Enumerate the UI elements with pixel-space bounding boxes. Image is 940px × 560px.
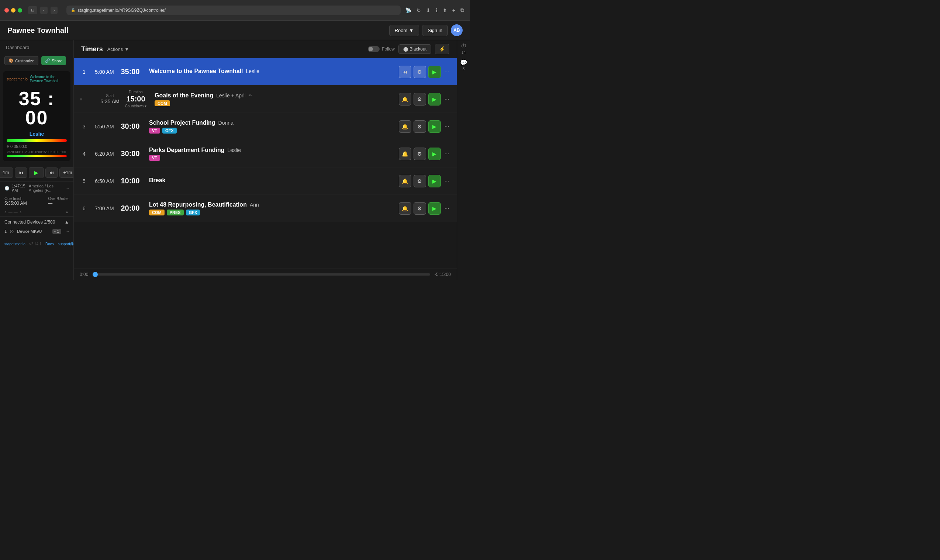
timer-count-icon[interactable]: ⏱ 14 bbox=[461, 43, 467, 55]
cue-next[interactable]: › bbox=[20, 209, 22, 215]
edit-icon[interactable]: ✏ bbox=[249, 93, 252, 98]
plus-button[interactable]: +1m bbox=[59, 168, 74, 178]
footer-version: v2.14.1 bbox=[29, 242, 41, 250]
main-content: Dashboard 🎨 Customize 🔗 Share stagetimer… bbox=[0, 40, 470, 280]
drag-handle[interactable]: ≡ bbox=[80, 97, 82, 102]
timer-more[interactable]: ··· bbox=[443, 204, 451, 213]
timer-name-text: Lot 48 Repurposing, Beautification bbox=[149, 202, 247, 208]
follow-toggle-switch[interactable] bbox=[368, 46, 380, 52]
skip-back-button[interactable]: ⏮ bbox=[15, 168, 27, 178]
timer-play[interactable]: ▶ bbox=[428, 148, 441, 160]
over-under-section: Over/Under — bbox=[48, 196, 69, 206]
share-button[interactable]: 🔗 Share bbox=[41, 56, 66, 65]
timer-name-preview: Leslie bbox=[7, 131, 67, 137]
timer-actions: ⏮ ⚙ ▶ ··· bbox=[399, 66, 451, 78]
devices-collapse[interactable]: ▲ bbox=[65, 220, 69, 225]
minus-button[interactable]: -1m bbox=[0, 168, 13, 178]
timer-play[interactable]: ▶ bbox=[428, 175, 441, 188]
chat-icon-container[interactable]: 💬 3 bbox=[460, 59, 468, 71]
timer-settings[interactable]: ⚙ bbox=[414, 66, 426, 78]
timer-alarm[interactable]: 🔔 bbox=[399, 148, 411, 160]
timer-start-val: 6:50 AM bbox=[91, 178, 117, 184]
timer-more[interactable]: ··· bbox=[443, 176, 451, 186]
actions-chevron: ▼ bbox=[124, 46, 129, 52]
lock-icon: 🔒 bbox=[71, 8, 75, 12]
cue-prev[interactable]: ‹ bbox=[5, 209, 6, 215]
signin-button[interactable]: Sign in bbox=[422, 25, 448, 36]
timer-row: 5 6:50 AM 10:00 Break 🔔 ⚙ bbox=[74, 168, 457, 195]
timer-play[interactable]: ▶ bbox=[428, 93, 441, 106]
timer-row: 1 5:00 AM 35:00 Welcome to the Pawnee To… bbox=[74, 58, 457, 86]
customize-button[interactable]: 🎨 Customize bbox=[5, 56, 38, 65]
room-button[interactable]: Room ▼ bbox=[389, 25, 420, 36]
device-more[interactable]: ··· bbox=[66, 229, 69, 234]
play-button[interactable]: ▶ bbox=[29, 167, 44, 178]
timer-alarm[interactable]: 🔔 bbox=[399, 202, 411, 215]
timer-settings[interactable]: ⚙ bbox=[414, 175, 426, 188]
close-button[interactable] bbox=[5, 8, 9, 12]
tag-vt: VT bbox=[149, 155, 160, 161]
timer-settings[interactable]: ⚙ bbox=[414, 148, 426, 160]
timer-more[interactable]: ··· bbox=[443, 94, 451, 104]
cue-finish-val: 5:35:00 AM bbox=[5, 201, 27, 206]
minimize-button[interactable] bbox=[11, 8, 15, 12]
back-button[interactable]: ‹ bbox=[40, 7, 48, 14]
download-icon[interactable]: ⬇ bbox=[425, 6, 432, 15]
info-icon[interactable]: ℹ bbox=[434, 6, 439, 15]
blackout-button[interactable]: ⬤ Blackout bbox=[398, 44, 431, 54]
actions-button[interactable]: Actions ▼ bbox=[107, 46, 129, 52]
sidebar: Dashboard 🎨 Customize 🔗 Share stagetimer… bbox=[0, 40, 74, 280]
timers-title: Timers bbox=[81, 45, 103, 53]
footer-link-support[interactable]: support@stagetimer.io bbox=[58, 242, 74, 250]
timer-alarm[interactable]: 🔔 bbox=[399, 120, 411, 133]
timer-alarm[interactable]: 🔔 bbox=[399, 93, 411, 106]
actions-label: Actions bbox=[107, 46, 123, 52]
cast-icon[interactable]: 📡 bbox=[404, 6, 413, 15]
flash-button[interactable]: ⚡ bbox=[435, 44, 449, 54]
timeline-dot bbox=[92, 272, 98, 277]
cue-finish-section: Cue finish 5:35:00 AM bbox=[5, 196, 27, 206]
clock-more[interactable]: ··· bbox=[66, 186, 69, 190]
timer-duration-val: 15:00 bbox=[123, 95, 149, 103]
timer-duration-val: 35:00 bbox=[117, 68, 143, 76]
device-name: Device MK9U bbox=[17, 229, 42, 234]
profile-button[interactable]: AB bbox=[451, 25, 463, 36]
timer-settings[interactable]: ⚙ bbox=[414, 202, 426, 215]
timer-more[interactable]: ··· bbox=[443, 67, 451, 77]
timer-more[interactable]: ··· bbox=[443, 149, 451, 158]
device-icon: ⊙ bbox=[9, 228, 14, 234]
timer-speaker: Leslie bbox=[246, 68, 260, 74]
timer-play[interactable]: ▶ bbox=[428, 202, 441, 215]
footer-link-home[interactable]: stagetimer.io bbox=[5, 242, 25, 250]
timer-skip-back[interactable]: ⏮ bbox=[399, 66, 411, 78]
address-bar[interactable]: 🔒 staging.stagetimer.io/r/R9SG9ZQJ/contr… bbox=[66, 6, 400, 15]
skip-forward-button[interactable]: ⏭ bbox=[45, 168, 58, 178]
sidebar-toggle[interactable]: ⊟ bbox=[28, 6, 37, 14]
fullscreen-button[interactable] bbox=[18, 8, 22, 12]
timer-duration: 30:00 bbox=[117, 149, 143, 158]
timer-play[interactable]: ▶ bbox=[428, 66, 441, 78]
share-icon[interactable]: ⬆ bbox=[441, 6, 449, 15]
refresh-icon[interactable]: ↻ bbox=[415, 6, 422, 15]
timer-title-row: Lot 48 Repurposing, Beautification Ann bbox=[149, 202, 393, 208]
timer-more[interactable]: ··· bbox=[443, 122, 451, 131]
timer-settings[interactable]: ⚙ bbox=[414, 120, 426, 133]
sidebar-actions: 🎨 Customize 🔗 Share bbox=[0, 53, 74, 68]
timer-num: 1 bbox=[80, 69, 89, 75]
timer-speaker: Ann bbox=[250, 202, 259, 208]
timer-settings[interactable]: ⚙ bbox=[414, 93, 426, 106]
tag-vt: VT bbox=[149, 128, 160, 134]
customize-icon: 🎨 bbox=[8, 58, 14, 63]
footer-link-docs[interactable]: Docs bbox=[45, 242, 54, 250]
timeline-track[interactable] bbox=[92, 273, 430, 275]
windows-icon[interactable]: ⧉ bbox=[459, 6, 466, 15]
timer-actions: 🔔 ⚙ ▶ ··· bbox=[399, 148, 451, 160]
timer-alarm[interactable]: 🔔 bbox=[399, 175, 411, 188]
timers-header: Timers Actions ▼ Follow ⬤ Blackout bbox=[74, 40, 457, 58]
preview-header: stagetimer.io Welcome to the Pawnee Town… bbox=[7, 75, 67, 83]
new-tab-icon[interactable]: + bbox=[451, 6, 457, 15]
timer-num: 4 bbox=[80, 151, 89, 157]
timer-play[interactable]: ▶ bbox=[428, 120, 441, 133]
timer-start: 5:50 AM bbox=[91, 123, 117, 129]
forward-button[interactable]: › bbox=[51, 7, 58, 14]
